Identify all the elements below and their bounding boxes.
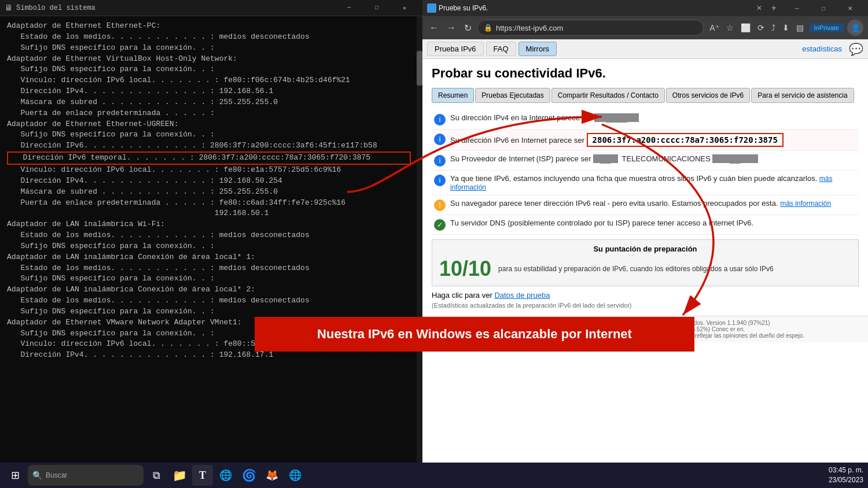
cmd-minimize-button[interactable]: ─ bbox=[336, 0, 362, 16]
taskbar-task-view[interactable]: ⧉ bbox=[146, 465, 167, 486]
taskbar-search-button[interactable]: 🔍 Buscar bbox=[28, 465, 144, 486]
cmd-content: Adaptador de Ethernet Ethernet-PC: Estad… bbox=[0, 16, 422, 365]
taskbar-browser-2[interactable]: 🌀 bbox=[238, 465, 259, 486]
cmd-line-11: Máscara de subred . . . . . . . . . . . … bbox=[7, 97, 415, 108]
taskbar-clock: 03:45 p. m. 23/05/2023 bbox=[829, 465, 863, 485]
info-text-ipv6: Su dirección IPv6 en Internet parece ser… bbox=[450, 133, 856, 147]
info-row-warning: ! Su navegador parece tener dirección IP… bbox=[432, 195, 859, 215]
info-row-ipv4: i Su dirección IPv4 en la Internet parec… bbox=[432, 110, 859, 130]
cmd-line-1: Adaptador de Ethernet Ethernet-PC: bbox=[7, 21, 415, 32]
cmd-line-32: Estado de los medios. . . . . . . . . . … bbox=[7, 263, 415, 274]
cmd-scrollbar-thumb[interactable] bbox=[417, 51, 422, 86]
tab-asistencia[interactable]: Para el servicio de asistencia bbox=[751, 88, 854, 103]
site-nav-faq[interactable]: FAQ bbox=[486, 42, 516, 56]
browser-close-button[interactable]: ✕ bbox=[837, 0, 863, 16]
cmd-line-38: Sufijo DNS específico para la conexión. … bbox=[7, 306, 415, 317]
browser-window-controls: ─ □ ✕ bbox=[784, 0, 863, 16]
browser-tab-close[interactable]: ✕ bbox=[754, 4, 764, 12]
lock-icon: 🔒 bbox=[484, 24, 492, 32]
tab-compartir[interactable]: Compartir Resultados / Contacto bbox=[551, 88, 665, 103]
datos-link-row: Haga clic para ver Datos de prueba bbox=[432, 291, 859, 300]
tab-resumen[interactable]: Resumen bbox=[432, 88, 474, 103]
cmd-titlebar: 🖥 Símbolo del sistema ─ □ ✕ bbox=[0, 0, 422, 16]
cmd-close-button[interactable]: ✕ bbox=[391, 0, 418, 16]
site-nav: Prueba IPv6 FAQ Mirrors estadísticas 💬 bbox=[422, 39, 868, 59]
tab-otros-servicios[interactable]: Otros servicios de IPv6 bbox=[666, 88, 750, 103]
mas-info-link-1[interactable]: más información bbox=[450, 175, 833, 191]
page-title: Probar su conectividad IPv6. bbox=[432, 66, 859, 81]
taskbar-edge[interactable]: 🌐 bbox=[285, 465, 306, 486]
browser-minimize-button[interactable]: ─ bbox=[784, 0, 810, 16]
content-tabs: Resumen Pruebas Ejecutadas Compartir Res… bbox=[432, 88, 859, 103]
cmd-scrollbar[interactable] bbox=[417, 16, 422, 488]
taskbar-browser-1[interactable]: 🌐 bbox=[215, 465, 236, 486]
site-nav-prueba[interactable]: Prueba IPv6 bbox=[427, 42, 484, 56]
isp-redacted: ██ bbox=[593, 154, 617, 163]
info-row-ipv6: i Su dirección IPv6 en Internet parece s… bbox=[432, 130, 859, 151]
cmd-line-12: Puerta de enlace predeterminada . . . . … bbox=[7, 108, 415, 119]
cmd-maximize-button[interactable]: □ bbox=[363, 0, 390, 16]
taskbar-start-button[interactable]: ⊞ bbox=[5, 465, 25, 486]
taskbar-date: 23/05/2023 bbox=[829, 475, 863, 485]
browser-titlebar: 🌐 Pruebe su IPv6. ✕ + ─ □ ✕ bbox=[422, 0, 868, 16]
cmd-line-23: 192.168.50.1 bbox=[7, 208, 415, 219]
cmd-line-33: Sufijo DNS específico para la conexión. … bbox=[7, 273, 415, 284]
red-banner: Nuestra IPv6 en Windows es alcanzable po… bbox=[255, 317, 694, 352]
browser-favicon: 🌐 bbox=[427, 3, 436, 13]
taskbar-time: 03:45 p. m. bbox=[829, 465, 863, 475]
browser-back-button[interactable]: ← bbox=[427, 20, 441, 35]
browser-extensions-icon[interactable]: A⁺ bbox=[707, 21, 721, 35]
chat-icon[interactable]: 💬 bbox=[849, 42, 863, 56]
browser-refresh-button[interactable]: ↻ bbox=[462, 20, 474, 36]
taskbar-search-icon: 🔍 bbox=[32, 471, 42, 480]
cmd-highlight-row: Dirección IPv6 temporal. . . . . . . : 2… bbox=[7, 151, 411, 165]
site-nav-mirrors[interactable]: Mirrors bbox=[518, 42, 557, 56]
taskbar-firefox[interactable]: 🦊 bbox=[262, 465, 282, 486]
info-text-warning: Su navegador parece tener dirección IPv6… bbox=[450, 199, 856, 208]
cmd-line-22: Puerta de enlace predeterminada . . . . … bbox=[7, 198, 415, 209]
cmd-line-20: Dirección IPv4. . . . . . . . . . . . . … bbox=[7, 176, 415, 187]
cmd-line-4: Sufijo DNS específico para la conexión. … bbox=[7, 43, 415, 54]
browser-content: Prueba IPv6 FAQ Mirrors estadísticas 💬 P… bbox=[422, 39, 868, 488]
browser-new-tab-button[interactable]: + bbox=[767, 3, 781, 13]
info-text-table: Ya que tiene IPv6, estamos incluyendo un… bbox=[450, 174, 856, 191]
score-title: Su puntación de preparación bbox=[439, 245, 851, 253]
browser-favorites-icon[interactable]: ☆ bbox=[724, 21, 736, 35]
browser-download-icon[interactable]: ⬇ bbox=[780, 21, 792, 35]
info-row-dns: ✓ Tu servidor DNS (posiblemente controla… bbox=[432, 215, 859, 235]
info-row-isp: i Su Proveedor de Internet (ISP) parece … bbox=[432, 151, 859, 171]
info-row-table: i Ya que tiene IPv6, estamos incluyendo … bbox=[432, 171, 859, 195]
browser-window: 🌐 Pruebe su IPv6. ✕ + ─ □ ✕ ← → ↻ 🔒 http… bbox=[422, 0, 868, 488]
ipv6-address: 2806:3f7:a200:cccc:78a7:3065:f720:3875 bbox=[587, 133, 784, 147]
ipv4-redacted: ████ bbox=[594, 113, 639, 122]
cmd-line-16: Sufijo DNS específico para la conexión. … bbox=[7, 130, 415, 141]
cmd-line-14: Adaptador de Ethernet Ethernet-UGREEN: bbox=[7, 119, 415, 130]
browser-sidebar-icon[interactable]: ▤ bbox=[794, 21, 806, 35]
address-bar[interactable]: 🔒 https://test-ipv6.com bbox=[477, 20, 704, 36]
browser-profile-button[interactable]: 👤 bbox=[847, 20, 863, 36]
score-content: 10/10 para su estabilidad y preparación … bbox=[439, 257, 851, 281]
taskbar-icon-t[interactable]: T bbox=[192, 465, 213, 486]
info-icon-dns: ✓ bbox=[434, 219, 446, 231]
browser-forward-button[interactable]: → bbox=[444, 20, 458, 35]
taskbar: ⊞ 🔍 Buscar ⧉ 📁 T 🌐 🌀 🦊 🌐 03:45 p. m. 23/… bbox=[0, 463, 868, 488]
browser-collections-icon[interactable]: ⬜ bbox=[738, 21, 753, 35]
site-body: Probar su conectividad IPv6. Resumen Pru… bbox=[422, 59, 868, 316]
browser-refresh2-icon[interactable]: ⟳ bbox=[755, 21, 767, 35]
info-icon-ipv4: i bbox=[434, 114, 446, 125]
cmd-line-30: Adaptador de LAN inalámbrica Conexión de… bbox=[7, 252, 415, 263]
tab-pruebas[interactable]: Pruebas Ejecutadas bbox=[475, 88, 550, 103]
cmd-line-35: Adaptador de LAN inalámbrica Conexión de… bbox=[7, 284, 415, 295]
datos-link[interactable]: Datos de prueba bbox=[494, 291, 550, 300]
cmd-line-21: Máscara de subred . . . . . . . . . . . … bbox=[7, 187, 415, 198]
browser-share-icon[interactable]: ⤴ bbox=[769, 21, 778, 35]
cmd-line-8: Sufijo DNS específico para la conexión. … bbox=[7, 64, 415, 75]
cmd-title: Símbolo del sistema bbox=[16, 4, 336, 12]
browser-maximize-button[interactable]: □ bbox=[810, 0, 837, 16]
estadisticas-link[interactable]: estadísticas bbox=[802, 45, 842, 53]
taskbar-file-explorer[interactable]: 📁 bbox=[169, 465, 190, 486]
mas-info-link-2[interactable]: más información bbox=[780, 199, 831, 208]
taskbar-search-label: Buscar bbox=[46, 471, 67, 479]
info-text-dns: Tu servidor DNS (posiblemente controlado… bbox=[450, 219, 856, 227]
info-icon-isp: i bbox=[434, 155, 446, 167]
